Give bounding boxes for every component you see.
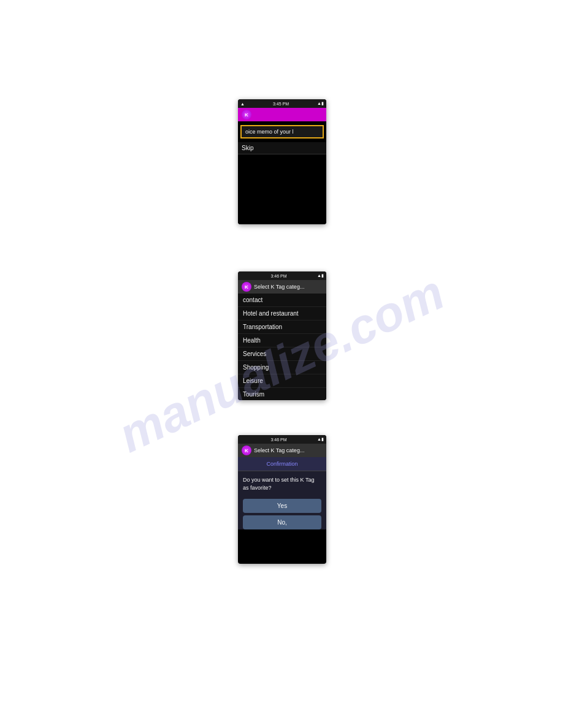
status-bar-1: ▲ 3:45 PM ▲▮	[238, 99, 326, 108]
icons-3: ▲▮	[317, 437, 324, 442]
list-item-transportation[interactable]: Transportation	[238, 320, 326, 334]
list-item-tourism[interactable]: Tourism	[238, 388, 326, 400]
list-item-contact[interactable]: contact	[238, 294, 326, 307]
list-item-health[interactable]: Health	[238, 334, 326, 347]
bottom-area-3	[238, 532, 326, 544]
app-icon-2: K	[242, 282, 251, 292]
dialog-message: Do you want to set this K Tag as favorit…	[238, 471, 326, 496]
screen3-confirmation: 3:46 PM ▲▮ K Select K Tag categ... Confi…	[238, 435, 326, 564]
confirmation-dialog: Confirmation Do you want to set this K T…	[238, 457, 326, 529]
time-1: 3:45 PM	[273, 102, 289, 106]
icons-1: ▲▮	[317, 101, 324, 106]
status-bar-2: 3:46 PM ▲▮	[238, 271, 326, 280]
list-item-shopping[interactable]: Shopping	[238, 361, 326, 374]
icons-2: ▲▮	[317, 273, 324, 278]
time-3: 3:46 PM	[270, 438, 286, 442]
header-title-3: Select K Tag categ...	[254, 447, 304, 453]
app-header-3: K Select K Tag categ...	[238, 444, 326, 457]
voice-input-text: oice memo of your l	[245, 129, 294, 135]
time-2: 3:46 PM	[270, 274, 286, 278]
black-area-1	[238, 154, 326, 224]
yes-button[interactable]: Yes	[243, 499, 321, 513]
app-icon-1: K	[242, 110, 251, 119]
list-item-leisure[interactable]: Leisure	[238, 374, 326, 388]
status-bar-3: 3:46 PM ▲▮	[238, 435, 326, 444]
header-title-2: Select K Tag categ...	[254, 284, 304, 290]
app-header-1: K	[238, 108, 326, 121]
screen2-category-list: 3:46 PM ▲▮ K Select K Tag categ... conta…	[238, 271, 326, 400]
app-header-2: K Select K Tag categ...	[238, 280, 326, 294]
signal-left-1: ▲	[240, 102, 245, 106]
list-item-hotel[interactable]: Hotel and restaurant	[238, 307, 326, 320]
skip-button[interactable]: Skip	[238, 142, 326, 154]
list-item-services[interactable]: Services	[238, 347, 326, 361]
dialog-title: Confirmation	[238, 457, 326, 471]
no-button[interactable]: No,	[243, 515, 321, 529]
screen1-voice-memo: ▲ 3:45 PM ▲▮ K oice memo of your l Skip	[238, 99, 326, 224]
app-icon-3: K	[242, 446, 251, 455]
voice-input-box[interactable]: oice memo of your l	[240, 125, 324, 138]
